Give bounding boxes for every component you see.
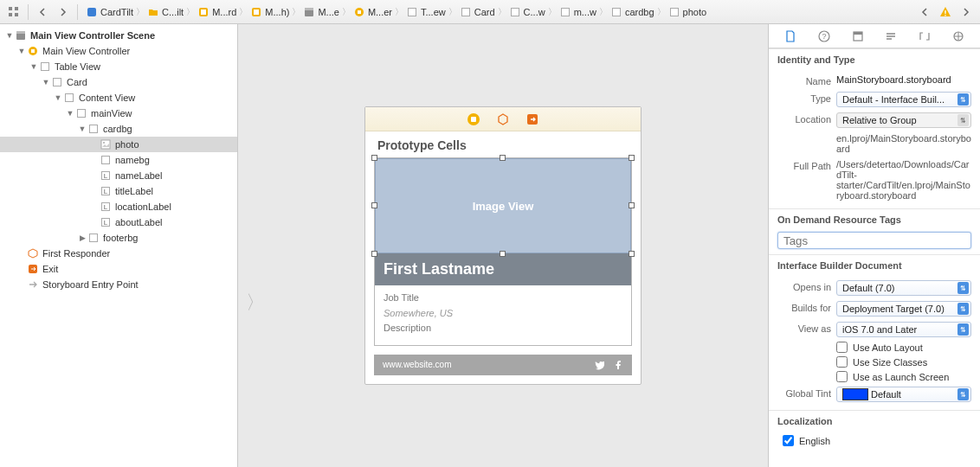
nav-forward-icon[interactable]	[55, 3, 72, 21]
breadcrumb-separator-icon: 〉	[136, 6, 145, 18]
breadcrumb: CardTilt〉C...ilt〉M...rd〉M...h)〉M...e〉M..…	[83, 3, 709, 21]
identity-inspector-icon[interactable]	[850, 29, 866, 44]
breadcrumb-item[interactable]: m...w	[557, 3, 599, 21]
image-view-label: Image View	[473, 200, 534, 213]
outline-row[interactable]: ▼Table View	[0, 59, 237, 74]
social-icons	[594, 360, 623, 370]
breadcrumb-item[interactable]: CardTilt	[83, 3, 136, 21]
nav-back-icon[interactable]	[916, 3, 933, 21]
issues-warning-icon[interactable]	[937, 3, 954, 21]
nav-forward-icon[interactable]	[957, 3, 975, 21]
outline-row[interactable]: ▼Main View Controller	[0, 43, 237, 59]
prototype-cell[interactable]: Image View First Lastname Job Title	[374, 157, 632, 346]
vc-shield-icon[interactable]	[467, 112, 480, 126]
viewas-select[interactable]: iOS 7.0 and Later⇅	[836, 322, 971, 337]
outline-row[interactable]: LnameLabel	[0, 168, 237, 183]
name-label: First Lastname	[375, 253, 631, 285]
breadcrumb-item[interactable]: photo	[666, 3, 710, 21]
opensin-select[interactable]: Default (7.0)⇅	[836, 280, 971, 296]
disclosure-triangle-icon[interactable]: ▼	[66, 109, 74, 118]
disclosure-triangle-icon[interactable]: ▼	[42, 78, 50, 86]
first-responder-cube-icon[interactable]	[496, 112, 510, 126]
globaltint-select[interactable]: Default⇅	[836, 387, 971, 402]
disclosure-triangle-icon[interactable]: ▼	[54, 93, 62, 102]
nav-back-icon[interactable]	[34, 3, 51, 21]
exit-icon	[26, 262, 40, 276]
svg-rect-0	[9, 7, 12, 10]
breadcrumb-label: T...ew	[421, 7, 446, 17]
outline-row[interactable]: LaboutLabel	[0, 214, 237, 230]
svg-rect-25	[42, 63, 49, 71]
related-items-icon[interactable]	[5, 3, 23, 21]
breadcrumb-separator-icon: 〉	[342, 6, 351, 18]
twitter-icon[interactable]	[594, 360, 604, 370]
attributes-inspector-icon[interactable]	[883, 29, 899, 44]
file-inspector-icon[interactable]	[783, 29, 798, 44]
exit-icon[interactable]	[525, 112, 539, 126]
lbl-icon: L	[99, 169, 113, 182]
sizeclasses-checkbox[interactable]: Use Size Classes	[777, 355, 971, 369]
outline-row[interactable]: LtitleLabel	[0, 183, 237, 199]
svg-rect-2	[15, 7, 18, 10]
breadcrumb-item[interactable]: Card	[457, 3, 498, 21]
outline-row[interactable]: ▼cardbg	[0, 121, 237, 137]
outline-row[interactable]: First Responder	[0, 246, 237, 261]
disclosure-triangle-icon[interactable]: ▶	[78, 234, 87, 242]
tags-input[interactable]	[777, 232, 971, 249]
disclosure-triangle-icon[interactable]: ▼	[5, 31, 14, 40]
disclosure-triangle-icon[interactable]: ▼	[78, 125, 87, 133]
svg-rect-41	[90, 234, 98, 242]
svg-rect-14	[461, 8, 469, 16]
outline-row[interactable]: namebg	[0, 152, 237, 168]
outline-row[interactable]: Exit	[0, 261, 237, 277]
svg-text:L: L	[104, 203, 108, 211]
breadcrumb-item[interactable]: T...ew	[403, 3, 448, 21]
breadcrumb-item[interactable]: cardbg	[608, 3, 657, 21]
scene-icon	[14, 29, 28, 42]
outline-row[interactable]: ▶footerbg	[0, 230, 237, 246]
canvas[interactable]: 〉 Prototype Cells Image View	[238, 24, 768, 467]
img-icon	[99, 138, 113, 151]
svg-rect-17	[612, 8, 620, 16]
breadcrumb-item[interactable]: M...h)	[248, 3, 292, 21]
outline-row[interactable]: photo	[0, 137, 237, 152]
breadcrumb-item[interactable]: M...er	[351, 3, 395, 21]
svg-rect-27	[66, 94, 74, 102]
quick-help-icon[interactable]: ?	[816, 29, 832, 44]
disclosure-triangle-icon[interactable]: ▼	[17, 47, 26, 55]
outline-row[interactable]: LlocationLabel	[0, 199, 237, 214]
buildsfor-select[interactable]: Deployment Target (7.0)⇅	[836, 301, 971, 317]
breadcrumb-item[interactable]: M...rd	[195, 3, 239, 21]
breadcrumb-label: photo	[683, 7, 707, 17]
type-select[interactable]: Default - Interface Buil...⇅	[836, 92, 971, 107]
breadcrumb-item[interactable]: C...w	[506, 3, 548, 21]
image-view[interactable]: Image View	[375, 158, 631, 253]
svg-rect-10	[305, 8, 313, 10]
document-outline[interactable]: ▼Main View Controller Scene▼Main View Co…	[0, 24, 238, 467]
size-inspector-icon[interactable]	[917, 29, 932, 44]
launchscreen-checkbox[interactable]: Use as Launch Screen	[777, 369, 971, 384]
disclosure-triangle-icon[interactable]: ▼	[29, 62, 38, 71]
view-g-icon	[559, 6, 571, 18]
outline-label: Main View Controller Scene	[30, 30, 155, 41]
breadcrumb-item[interactable]: C...ilt	[145, 3, 186, 21]
view-g-icon	[50, 75, 64, 89]
chevron-updown-icon: ⇅	[957, 114, 969, 126]
svg-rect-6	[201, 10, 206, 15]
main-area: ▼Main View Controller Scene▼Main View Co…	[0, 24, 980, 467]
outline-row[interactable]: Storyboard Entry Point	[0, 277, 237, 292]
outline-row[interactable]: ▼mainView	[0, 106, 237, 121]
autolayout-checkbox[interactable]: Use Auto Layout	[777, 340, 971, 355]
view-g-icon	[87, 122, 100, 136]
connections-inspector-icon[interactable]	[951, 29, 966, 44]
location-select[interactable]: Relative to Group⇅	[836, 112, 971, 128]
opensin-key: Opens in	[777, 280, 831, 292]
svg-rect-29	[90, 125, 98, 133]
facebook-icon[interactable]	[613, 360, 623, 370]
storyboard-icon	[250, 6, 262, 18]
english-checkbox[interactable]: English	[777, 433, 971, 448]
outline-row[interactable]: ▼Card	[0, 74, 237, 90]
outline-row[interactable]: ▼Main View Controller Scene	[0, 28, 237, 43]
outline-row[interactable]: ▼Content View	[0, 90, 237, 106]
breadcrumb-item[interactable]: M...e	[300, 3, 341, 21]
